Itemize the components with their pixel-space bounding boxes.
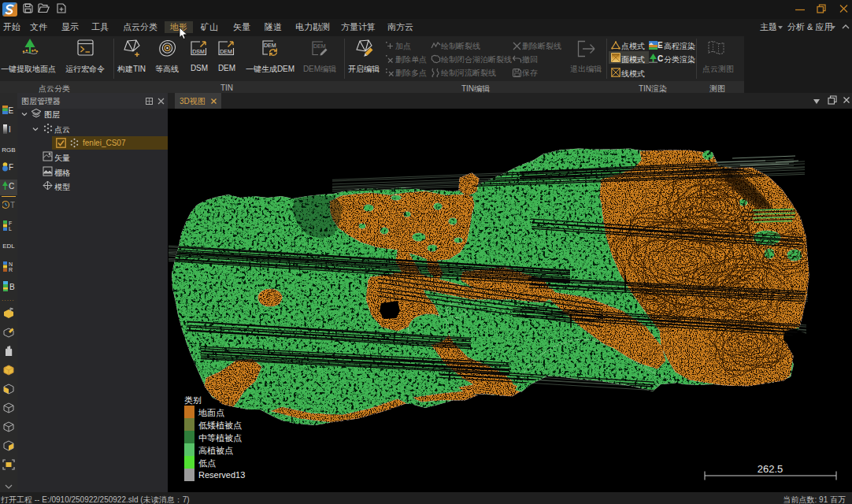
svg-text:DEM: DEM [313,43,326,49]
svg-text:L: L [9,226,12,232]
svg-text:R: R [9,267,13,272]
svg-text:N: N [9,261,13,267]
svg-text:F: F [9,163,13,172]
svg-text:F: F [9,220,12,226]
svg-text:T: T [10,201,15,209]
svg-text:E: E [9,106,14,115]
svg-text:B: B [9,283,15,291]
svg-text:I: I [9,125,11,134]
svg-text:DEM: DEM [264,43,276,48]
svg-text:C: C [9,182,14,191]
svg-text:DEM: DEM [220,49,232,54]
svg-text:DSM: DSM [192,49,205,54]
